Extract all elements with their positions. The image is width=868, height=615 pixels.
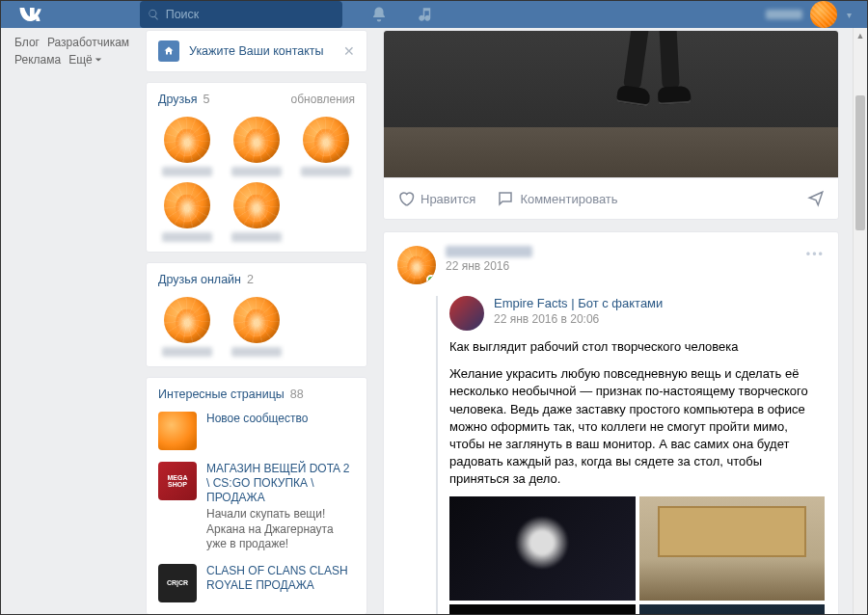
- gallery-image[interactable]: [639, 604, 826, 616]
- page-title: МАГАЗИН ВЕЩЕЙ DOTA 2 \ CS:GO ПОКУПКА \ П…: [206, 462, 355, 505]
- page-thumb: [158, 412, 197, 450]
- friends-title[interactable]: Друзья: [158, 93, 198, 106]
- topbar: ▾: [1, 1, 867, 28]
- friends-online-title[interactable]: Друзья онлайн: [158, 273, 241, 286]
- page-item[interactable]: Новое сообщество: [158, 412, 355, 450]
- friend-item[interactable]: [226, 297, 287, 357]
- search-box[interactable]: [140, 1, 342, 28]
- user-menu[interactable]: ▾: [766, 1, 852, 28]
- repost-gallery: [449, 496, 825, 616]
- contacts-banner[interactable]: Укажите Ваши контакты ✕: [146, 30, 367, 72]
- page-item[interactable]: CR|CR CLASH OF CLANS CLASH ROYALE ПРОДАЖ…: [158, 564, 355, 602]
- post-card: Нравится Комментировать: [383, 30, 839, 220]
- post-author-name[interactable]: [446, 246, 532, 257]
- search-input[interactable]: [166, 8, 335, 21]
- page-title: Новое сообщество: [206, 412, 308, 426]
- pages-count: 88: [290, 388, 304, 401]
- friend-item[interactable]: [226, 117, 287, 176]
- friends-module: Друзья 5 обновления: [146, 82, 367, 253]
- gallery-image[interactable]: [449, 496, 636, 601]
- share-button[interactable]: [807, 190, 825, 207]
- page-title: CLASH OF CLANS CLASH ROYALE ПРОДАЖА: [206, 564, 355, 593]
- repost-source-title[interactable]: Empire Facts | Бот с фактами: [494, 296, 663, 310]
- friend-item[interactable]: [156, 117, 218, 176]
- repost-date: 22 янв 2016 в 20:06: [494, 312, 663, 326]
- friend-item[interactable]: [156, 182, 218, 242]
- pages-module: Интересные страницы 88 Новое сообщество …: [146, 377, 367, 615]
- post-avatar[interactable]: [397, 246, 436, 284]
- repost-block: Empire Facts | Бот с фактами 22 янв 2016…: [436, 296, 825, 615]
- vk-logo[interactable]: [16, 1, 43, 28]
- notifications-icon[interactable]: [369, 5, 389, 24]
- link-developers[interactable]: Разработчикам: [47, 36, 129, 49]
- friends-updates-link[interactable]: обновления: [291, 93, 355, 106]
- comment-button[interactable]: Комментировать: [497, 190, 617, 207]
- scroll-up-icon[interactable]: ▲: [854, 28, 867, 42]
- link-blog[interactable]: Блог: [14, 36, 40, 49]
- post-menu-icon[interactable]: •••: [806, 248, 825, 261]
- share-icon: [807, 190, 825, 207]
- repost-body: Желание украсить любую повседневную вещь…: [449, 365, 825, 488]
- link-ads[interactable]: Реклама: [14, 53, 61, 67]
- page-thumb: MEGASHOP: [158, 462, 197, 500]
- heart-icon: [397, 190, 415, 207]
- repost-heading: Как выглядит рабочий стол творческого че…: [449, 338, 825, 356]
- friend-item[interactable]: [295, 117, 357, 176]
- friend-item[interactable]: [226, 182, 287, 242]
- music-icon[interactable]: [416, 5, 435, 24]
- user-name: [766, 10, 802, 19]
- page-thumb: CR|CR: [158, 564, 197, 602]
- home-icon: [158, 40, 179, 62]
- post-image[interactable]: [384, 31, 838, 177]
- close-icon[interactable]: ✕: [343, 43, 355, 59]
- contacts-label: Укажите Ваши контакты: [189, 44, 334, 58]
- page-desc: Начали скупать вещи! Аркана на Джагернау…: [206, 507, 355, 552]
- friends-count: 5: [203, 93, 210, 106]
- scrollbar[interactable]: ▲ ▼: [853, 28, 867, 615]
- comment-label: Комментировать: [520, 192, 617, 206]
- gallery-image[interactable]: [449, 604, 636, 616]
- post-date: 22 янв 2016: [446, 259, 532, 273]
- like-label: Нравится: [420, 192, 475, 206]
- scrollbar-thumb[interactable]: [855, 95, 865, 230]
- like-button[interactable]: Нравится: [397, 190, 475, 207]
- online-indicator: [426, 275, 436, 284]
- friends-online-count: 2: [247, 273, 254, 286]
- pages-title[interactable]: Интересные страницы: [158, 388, 285, 401]
- repost-avatar[interactable]: [449, 296, 484, 331]
- avatar: [810, 1, 837, 28]
- post-card: 22 янв 2016 ••• Empire Facts | Бот с фак…: [383, 231, 839, 615]
- friend-item[interactable]: [156, 297, 218, 357]
- gallery-image[interactable]: [639, 496, 826, 601]
- link-more[interactable]: Ещё: [68, 53, 102, 67]
- friends-online-module: Друзья онлайн 2: [146, 262, 367, 367]
- chevron-down-icon: ▾: [847, 10, 852, 20]
- search-icon: [148, 8, 160, 21]
- footer-links: Блог Разработчикам Реклама Ещё: [1, 28, 146, 615]
- chevron-down-icon: [95, 56, 102, 64]
- page-item[interactable]: MEGASHOP МАГАЗИН ВЕЩЕЙ DOTA 2 \ CS:GO ПО…: [158, 462, 355, 552]
- comment-icon: [497, 190, 514, 207]
